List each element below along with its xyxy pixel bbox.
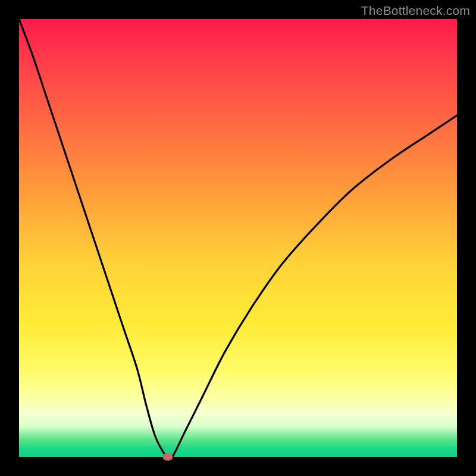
- optimal-point-marker: [163, 453, 173, 461]
- chart-frame: TheBottleneck.com: [0, 0, 476, 476]
- bottleneck-curve: [19, 19, 457, 457]
- watermark-text: TheBottleneck.com: [361, 4, 470, 18]
- plot-area: [19, 19, 457, 457]
